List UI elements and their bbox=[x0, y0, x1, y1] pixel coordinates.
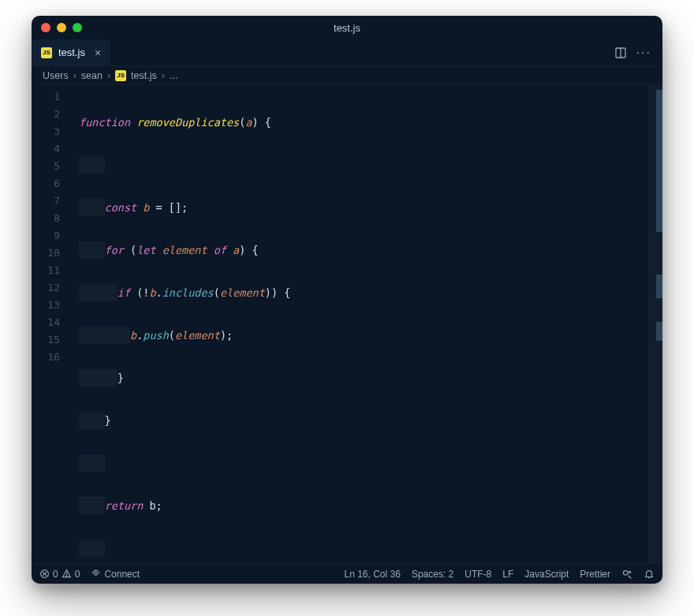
chevron-right-icon: › bbox=[162, 70, 165, 81]
split-editor-icon[interactable] bbox=[614, 47, 627, 59]
broadcast-icon bbox=[91, 569, 101, 579]
breadcrumb[interactable]: Users › sean › JS test.js › ... bbox=[32, 66, 662, 85]
status-bar: 0 0 Connect Ln 16, Col 36 Spaces: 2 UTF-… bbox=[32, 563, 662, 584]
line-gutter: 123 456 789 101112 131415 16 bbox=[32, 85, 71, 563]
encoding[interactable]: UTF-8 bbox=[465, 569, 491, 580]
breadcrumb-tail[interactable]: ... bbox=[170, 70, 177, 81]
cursor-position[interactable]: Ln 16, Col 36 bbox=[345, 569, 401, 580]
tab-test-js[interactable]: JS test.js × bbox=[32, 39, 111, 65]
js-file-icon: JS bbox=[41, 47, 52, 58]
code-area[interactable]: function removeDuplicates(a) { const b =… bbox=[71, 85, 662, 563]
svg-point-8 bbox=[623, 570, 628, 575]
traffic-lights bbox=[41, 23, 82, 32]
maximize-window-button[interactable] bbox=[73, 23, 82, 32]
code-editor[interactable]: 123 456 789 101112 131415 16 function re… bbox=[32, 85, 662, 563]
close-window-button[interactable] bbox=[41, 23, 50, 32]
problems-indicator[interactable]: 0 0 bbox=[39, 569, 80, 580]
minimize-window-button[interactable] bbox=[57, 23, 66, 32]
indentation[interactable]: Spaces: 2 bbox=[412, 569, 453, 580]
breadcrumb-seg[interactable]: test.js bbox=[131, 70, 157, 81]
breadcrumb-seg[interactable]: Users bbox=[43, 70, 69, 81]
breadcrumb-seg[interactable]: sean bbox=[81, 70, 103, 81]
minimap[interactable] bbox=[648, 85, 662, 563]
eol-indicator[interactable]: LF bbox=[502, 569, 513, 580]
error-icon bbox=[39, 569, 50, 579]
svg-point-7 bbox=[95, 573, 97, 575]
chevron-right-icon: › bbox=[107, 70, 110, 81]
editor-window: test.js JS test.js × ··· Users › sean › … bbox=[32, 16, 662, 584]
svg-point-6 bbox=[66, 575, 67, 576]
window-title: test.js bbox=[32, 22, 662, 34]
svg-point-9 bbox=[629, 571, 630, 573]
more-actions-icon[interactable]: ··· bbox=[636, 46, 651, 60]
tabs-bar: JS test.js × ··· bbox=[32, 39, 662, 66]
notifications-icon[interactable] bbox=[644, 569, 655, 580]
formatter[interactable]: Prettier bbox=[580, 569, 610, 580]
remote-connect[interactable]: Connect bbox=[91, 569, 140, 580]
js-file-icon: JS bbox=[115, 70, 126, 81]
feedback-icon[interactable] bbox=[621, 569, 632, 580]
titlebar: test.js bbox=[32, 16, 662, 39]
warning-icon bbox=[62, 569, 72, 579]
tab-label: test.js bbox=[58, 47, 85, 58]
chevron-right-icon: › bbox=[73, 70, 76, 81]
close-tab-icon[interactable]: × bbox=[95, 47, 101, 59]
language-mode[interactable]: JavaScript bbox=[524, 569, 569, 580]
